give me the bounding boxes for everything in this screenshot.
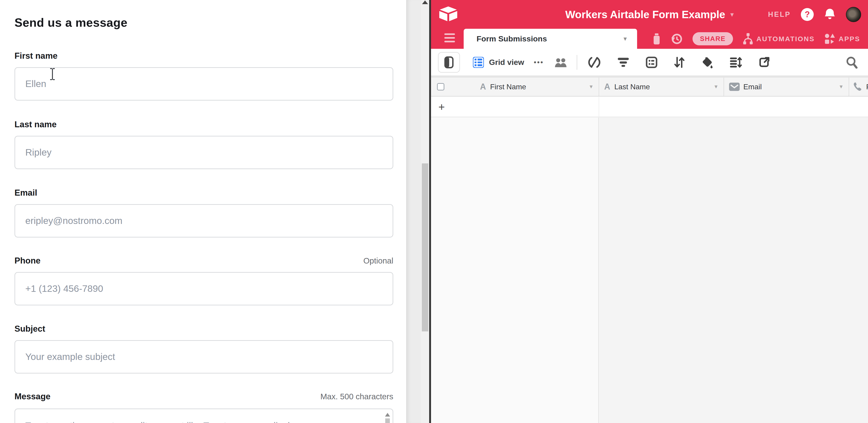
phone-input[interactable]: [14, 272, 393, 305]
frozen-column-area: [431, 118, 599, 423]
scroll-up-arrow-icon[interactable]: [385, 413, 390, 417]
last-name-field-group: Last name: [14, 120, 393, 169]
collaborators-icon[interactable]: [555, 57, 567, 68]
window-divider: [429, 0, 431, 423]
email-field-group: Email: [14, 188, 393, 238]
avatar[interactable]: [846, 7, 861, 22]
message-max-hint: Max. 500 characters: [320, 392, 393, 401]
phone-label: Phone: [14, 256, 40, 266]
email-field-type-icon: [729, 83, 740, 91]
view-options-ellipsis-icon[interactable]: •••: [534, 58, 544, 66]
airtable-window: Workers Airtable Form Example ▾ HELP ? F…: [431, 0, 868, 423]
view-name: Grid view: [489, 58, 524, 67]
text-cursor-icon: [48, 68, 57, 80]
phone-optional-hint: Optional: [363, 256, 393, 265]
airtable-tabbar: Form Submissions ▼ SHARE: [431, 29, 868, 49]
toolbar-divider: [577, 55, 577, 70]
sidebar-icon: [444, 56, 454, 68]
automations-button[interactable]: AUTOMATIONS: [743, 33, 815, 45]
phone-field-group: Phone Optional: [14, 256, 393, 305]
first-name-field-group: First name: [14, 51, 393, 100]
tab-form-submissions[interactable]: Form Submissions ▼: [464, 29, 637, 49]
column-header-email[interactable]: Email ▼: [723, 78, 849, 96]
plus-icon[interactable]: +: [438, 100, 445, 113]
textarea-scrollbar[interactable]: [384, 412, 391, 423]
automations-label: AUTOMATIONS: [756, 35, 815, 43]
search-icon[interactable]: [845, 56, 858, 68]
text-field-type-icon: A: [604, 82, 610, 92]
column-header-phone[interactable]: Phone: [849, 78, 868, 96]
screenshot-root: Send us a message First name Last name E…: [0, 0, 868, 423]
row-height-icon[interactable]: [730, 57, 742, 68]
page-gutter: [406, 0, 421, 423]
hide-fields-icon[interactable]: [588, 57, 601, 68]
help-circle-icon[interactable]: ?: [801, 8, 814, 21]
chevron-down-icon[interactable]: ▼: [839, 84, 844, 90]
trash-icon[interactable]: [652, 33, 661, 45]
history-icon[interactable]: [671, 33, 683, 45]
apps-button[interactable]: APPS: [824, 33, 860, 44]
select-all-checkbox[interactable]: [437, 83, 444, 90]
bell-icon[interactable]: [824, 8, 836, 21]
message-placeholder-text: Tenetur optio quaerat expedita vero et i…: [25, 419, 376, 423]
share-button[interactable]: SHARE: [692, 32, 733, 46]
menu-icon[interactable]: [444, 33, 455, 42]
subject-input[interactable]: [14, 340, 393, 373]
grid-header-row: A First Name ▼ A Last Name ▼ Email ▼: [431, 77, 868, 96]
first-name-label: First name: [14, 51, 58, 61]
contact-form-page: Send us a message First name Last name E…: [0, 0, 406, 423]
chevron-down-icon[interactable]: ▾: [730, 10, 734, 19]
color-icon[interactable]: [702, 56, 713, 68]
browser-scrollbar[interactable]: [421, 0, 429, 423]
apps-icon: [824, 33, 835, 44]
chevron-down-icon[interactable]: ▼: [589, 84, 594, 90]
group-icon[interactable]: [646, 57, 657, 68]
text-field-type-icon: A: [480, 82, 486, 92]
scrollbar-thumb[interactable]: [385, 418, 390, 423]
scrollbar-thumb[interactable]: [422, 163, 428, 331]
share-view-icon[interactable]: [758, 57, 770, 68]
grid-view-icon: [473, 57, 484, 68]
view-toolbar: Grid view •••: [431, 49, 868, 77]
email-input[interactable]: [14, 204, 393, 238]
chevron-down-icon[interactable]: ▼: [622, 36, 628, 42]
message-field-group: Message Max. 500 characters: [14, 392, 393, 401]
message-label: Message: [14, 392, 50, 401]
message-textarea[interactable]: Tenetur optio quaerat expedita vero et i…: [14, 409, 393, 423]
base-title[interactable]: Workers Airtable Form Example: [565, 8, 725, 21]
subject-field-group: Subject: [14, 324, 393, 373]
sidebar-toggle-button[interactable]: [438, 52, 460, 73]
filter-icon[interactable]: [617, 57, 629, 67]
apps-label: APPS: [839, 35, 860, 43]
email-label: Email: [14, 188, 37, 198]
sort-icon[interactable]: [674, 57, 685, 68]
view-switcher[interactable]: Grid view: [473, 57, 524, 68]
subject-label: Subject: [14, 324, 45, 334]
first-name-input[interactable]: [14, 67, 393, 100]
column-header-first-name[interactable]: A First Name ▼: [431, 78, 599, 96]
scroll-up-arrow-icon[interactable]: [422, 0, 428, 4]
frozen-column-divider: [599, 97, 599, 117]
add-record-row[interactable]: +: [431, 97, 868, 117]
automations-icon: [743, 33, 753, 45]
grid-empty-area: [431, 118, 868, 423]
page-title: Send us a message: [14, 16, 127, 29]
chevron-down-icon[interactable]: ▼: [713, 84, 718, 90]
airtable-topbar: Workers Airtable Form Example ▾ HELP ?: [431, 0, 868, 29]
last-name-input[interactable]: [14, 136, 393, 169]
phone-field-type-icon: [853, 82, 863, 92]
last-name-label: Last name: [14, 120, 57, 129]
table-tab-label: Form Submissions: [476, 34, 622, 43]
help-button[interactable]: HELP: [768, 10, 791, 19]
column-header-last-name[interactable]: A Last Name ▼: [599, 78, 723, 96]
